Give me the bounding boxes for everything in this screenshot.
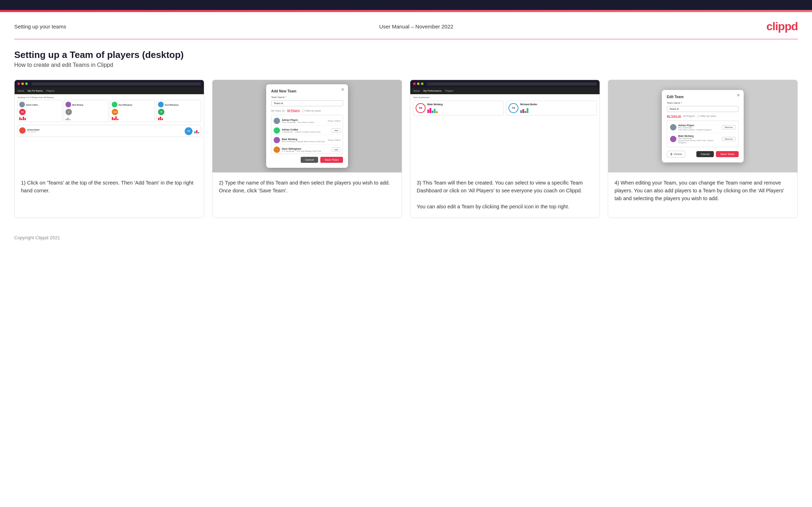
bar [115, 116, 117, 120]
player-name-1: Adrian Coliba [282, 128, 330, 131]
add-player-btn-3[interactable]: Add [332, 148, 341, 152]
bar [158, 118, 159, 120]
tab-all-players[interactable]: All Players [287, 109, 300, 112]
footer: Copyright Clippd 2021 [0, 229, 812, 247]
add-player-btn-1[interactable]: Add [332, 128, 341, 133]
tab-my-team[interactable]: My Team (2) [271, 110, 285, 112]
nav-teams: My Pd Teams [28, 90, 43, 92]
mock3-content: Team Dashboard 94 Blair McHarg [410, 94, 600, 118]
mock3-heading: Team Dashboard [413, 96, 597, 98]
bar [524, 111, 526, 113]
address-bar [31, 82, 201, 85]
dot-yellow [21, 82, 24, 85]
bar [117, 119, 118, 120]
bar [19, 117, 21, 120]
edit-filter-checkbox[interactable] [697, 115, 700, 117]
step-text-2: 2) Type the name of this Team and then s… [219, 180, 390, 193]
bar [194, 131, 196, 133]
remove-player-btn-0[interactable]: Remove [722, 125, 735, 129]
card-4-text: 4) When editing your Team, you can chang… [608, 172, 797, 218]
mock-topbar-1 [15, 80, 204, 88]
player-sub-1: 1 Handicap · Central London Golf Centre [282, 131, 330, 133]
mock-player-name-1: Adrian Collins [26, 104, 38, 106]
mock3-players-grid: 94 Blair McHarg [413, 101, 597, 116]
edit-cancel-button[interactable]: Cancel [696, 151, 714, 157]
edit-player-info-1: Blair McHarg Plus HandicapRoyal North De… [678, 135, 720, 144]
edit-save-team-button[interactable]: Save Team [716, 151, 739, 157]
player-avatar-0 [274, 118, 280, 124]
page-subtitle: How to create and edit Teams in Clippd [14, 62, 798, 68]
bar [21, 118, 22, 120]
footer-right-btns: Cancel Save Team [696, 151, 739, 157]
copyright-text: Copyright Clippd 2021 [14, 235, 60, 240]
bar [520, 110, 522, 113]
player-name-3: Dave Billingham [282, 148, 330, 150]
edit-tab-all-players[interactable]: All Players [683, 115, 695, 117]
modal-tabs: My Team (2) All Players Filter by name [271, 109, 343, 112]
top-bar [0, 0, 812, 10]
modal-edit-close-icon[interactable]: ✕ [737, 93, 740, 98]
mock-player-name-3: Dave Billingham [118, 104, 132, 106]
edit-filter-label: Filter by name [700, 115, 716, 117]
filter-by-name: Filter by name [302, 110, 321, 112]
mock3-score-2: 72 [508, 103, 518, 113]
edit-tab-my-team[interactable]: My Team (2) [667, 115, 681, 118]
dot-green [421, 82, 423, 85]
mock-players-grid: Adrian Collins 84 [17, 100, 201, 122]
player-info-0: Adrian Player Plus Handicap · The Shire … [282, 119, 326, 123]
modal-edit-label: Team Name * [667, 102, 739, 104]
edit-team-modal: Edit Team ✕ Team Name * My Team (2) All … [662, 90, 744, 162]
player-action-0: Player Added [328, 120, 341, 122]
mock-player-name-2: Blair McHarg [72, 104, 83, 106]
card-4: Edit Team ✕ Team Name * My Team (2) All … [608, 80, 798, 218]
player-list: Adrian Player Plus Handicap · The Shire … [271, 115, 343, 154]
card-3: Home My Performance Players Team Dashboa… [410, 80, 600, 218]
bar [112, 117, 113, 120]
modal-footer: Cancel Save Team [271, 157, 343, 163]
trash-icon: 🗑 [670, 153, 673, 156]
card-2-text: 2) Type the name of this Team and then s… [212, 172, 402, 218]
mock-avatar-4 [158, 102, 164, 107]
step-text-1: 1) Click on 'Teams' at the top of the sc… [21, 180, 193, 193]
bar [198, 132, 199, 133]
player-action-2: Player Added [328, 139, 341, 141]
header-center: User Manual – November 2022 [379, 23, 453, 30]
player-name-2: Blair McHarg [282, 138, 326, 140]
bar [162, 118, 163, 120]
header-left: Setting up your teams [14, 23, 66, 30]
mock-bars-4 [158, 116, 199, 120]
mock-avatar-3 [112, 102, 117, 107]
dot-red [17, 82, 20, 85]
save-team-button[interactable]: Save Team [320, 157, 343, 163]
bar [25, 118, 26, 120]
player-sub-0: Plus Handicap · The Shire London [282, 121, 326, 123]
player-row-1: Adrian Coliba 1 Handicap · Central Londo… [273, 126, 341, 135]
team-name-input[interactable] [271, 100, 343, 106]
filter-checkbox[interactable] [302, 110, 305, 112]
bar [434, 109, 436, 113]
bar [67, 118, 69, 120]
main-content: Setting up a Team of players (desktop) H… [0, 49, 812, 229]
cancel-button[interactable]: Cancel [301, 157, 318, 163]
nav3-teams: My Performance [423, 90, 442, 92]
dot-green [25, 82, 28, 85]
nav3-players: Players [445, 90, 453, 92]
screenshot-4: Edit Team ✕ Team Name * My Team (2) All … [608, 80, 797, 172]
mock-bars-2 [65, 116, 107, 120]
player-info-3: Dave Billingham 1.5 Handicap · The Gog M… [282, 148, 330, 152]
player-row-2: Blair McHarg Plus Handicap · Royal North… [273, 136, 341, 145]
remove-player-btn-1[interactable]: Remove [722, 137, 735, 141]
delete-button[interactable]: 🗑 Delete [667, 151, 685, 158]
bar [160, 117, 161, 120]
mock3-name-1: Blair McHarg [427, 103, 501, 106]
mock-nav-3: Home My Performance Players [410, 88, 600, 94]
delete-label: Delete [674, 153, 682, 156]
mock3-card-2: 72 Richard Butler [506, 101, 597, 116]
edit-team-name-input[interactable] [667, 106, 739, 112]
filter-label: Filter by name [305, 110, 321, 112]
bar [429, 108, 431, 113]
mock-avatar-1 [19, 102, 25, 107]
modal-close-icon[interactable]: ✕ [341, 87, 344, 92]
address-bar-3 [427, 82, 597, 85]
player-avatar-3 [274, 146, 280, 153]
